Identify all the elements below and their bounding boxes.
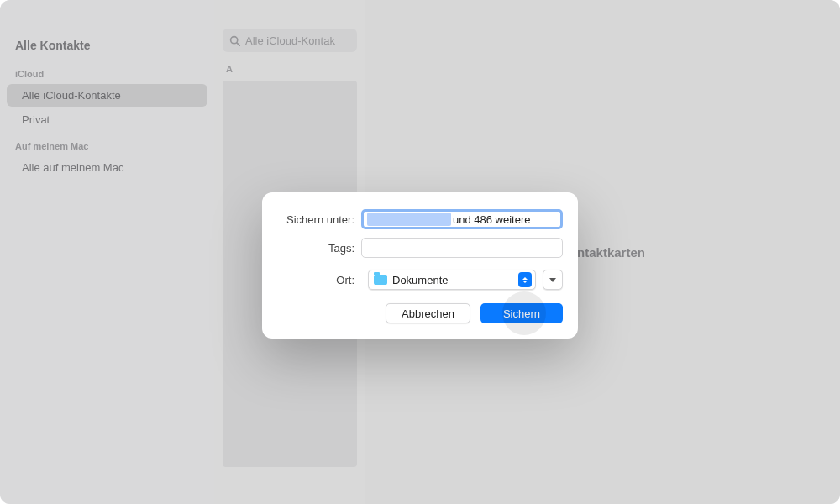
tags-field[interactable] [361, 238, 563, 258]
location-popup[interactable]: Dokumente [368, 270, 536, 290]
expand-save-dialog-button[interactable] [543, 270, 563, 290]
popup-stepper-icon [518, 272, 532, 287]
save-sheet: Sichern unter: und 486 weitere Tags: Ort… [262, 192, 578, 339]
save-as-field[interactable]: und 486 weitere [361, 209, 563, 229]
save-button[interactable]: Sichern [480, 303, 563, 323]
folder-icon [374, 275, 387, 285]
app-window: Alle Kontakte iCloud Alle iCloud-Kontakt… [0, 0, 840, 504]
location-value: Dokumente [392, 274, 448, 286]
filename-selection [367, 213, 451, 226]
chevron-down-icon [549, 278, 556, 282]
location-label: Ort: [277, 274, 361, 286]
cancel-button[interactable]: Abbrechen [386, 303, 470, 323]
tags-label: Tags: [277, 242, 361, 255]
save-as-label: Sichern unter: [277, 213, 361, 226]
filename-suffix: und 486 weitere [453, 213, 531, 226]
